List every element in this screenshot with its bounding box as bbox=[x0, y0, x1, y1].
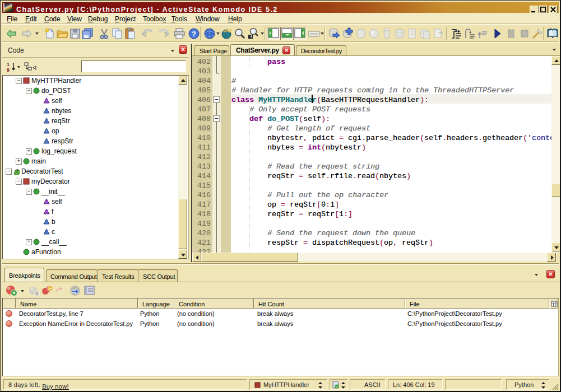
svg-text:9: 9 bbox=[7, 67, 10, 73]
svg-text:?: ? bbox=[192, 30, 196, 38]
svg-text:1: 1 bbox=[7, 62, 10, 67]
